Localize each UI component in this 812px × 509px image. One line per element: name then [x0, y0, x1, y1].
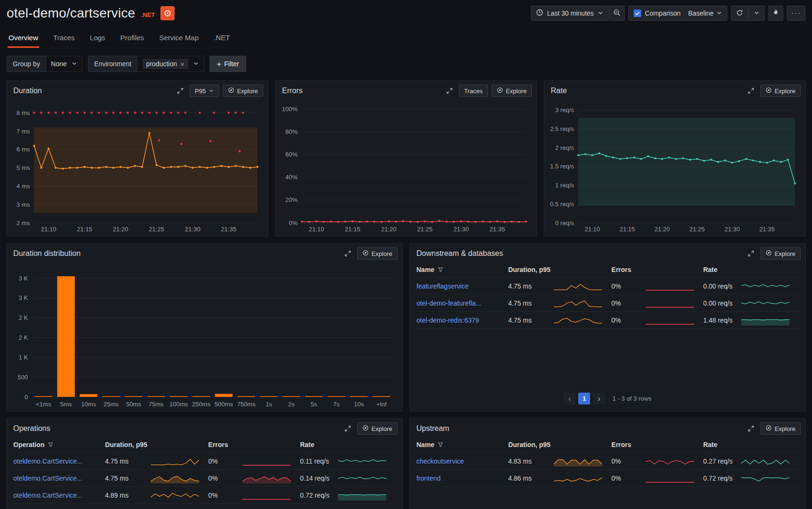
explore-button[interactable]: Explore [223, 85, 263, 97]
group-by-value: None [51, 60, 67, 68]
service-link[interactable]: checkoutservice [416, 457, 464, 465]
service-link[interactable]: frontend [416, 474, 441, 482]
column-header-rate[interactable]: Rate [703, 441, 799, 448]
tab-traces[interactable]: Traces [53, 27, 76, 48]
expand-icon[interactable] [745, 423, 757, 434]
svg-text:2 K: 2 K [18, 334, 28, 341]
column-header-errors[interactable]: Errors [208, 441, 300, 448]
app-header: otel-demo/cartservice .NET Last 30 minut… [0, 0, 812, 24]
rate-chart[interactable]: 0 req/s0.5 req/s1 req/s1.5 req/s2 req/s2… [548, 100, 801, 234]
tab-net[interactable]: .NET [213, 27, 231, 48]
svg-text:+Inf: +Inf [376, 401, 387, 408]
rate-sparkline [741, 281, 790, 292]
percentile-value: P95 [195, 88, 206, 95]
panel-errors: Errors Traces Explore [275, 80, 537, 237]
svg-text:2 req/s: 2 req/s [555, 144, 574, 151]
column-header-duration-p95[interactable]: Duration, p95 [508, 441, 611, 448]
expand-icon[interactable] [745, 248, 757, 259]
remove-filter-icon[interactable]: × [180, 61, 185, 68]
tab-overview[interactable]: Overview [8, 27, 39, 48]
explore-button[interactable]: Explore [760, 85, 801, 97]
panel-downstream: Downstream & databases Explore Na [409, 243, 806, 412]
filter-icon[interactable] [438, 442, 443, 448]
svg-text:60%: 60% [285, 151, 298, 158]
environment-tag[interactable]: production × [142, 59, 188, 69]
flame-button[interactable] [768, 6, 783, 21]
svg-text:750ms: 750ms [237, 401, 256, 408]
errors-sparkline [645, 456, 695, 467]
prev-page-button[interactable]: ‹ [564, 393, 575, 404]
chevron-down-icon [754, 9, 759, 17]
column-header-name[interactable]: Name [416, 441, 508, 448]
comparison-label: Comparison [645, 9, 680, 17]
explore-button[interactable]: Explore [492, 85, 532, 97]
comparison-control[interactable]: Comparison Baseline [628, 6, 727, 21]
svg-text:7 ms: 7 ms [17, 128, 30, 135]
explore-button[interactable]: Explore [760, 422, 801, 435]
duration-value: 4.75 ms [105, 457, 129, 465]
svg-text:21:15: 21:15 [77, 226, 92, 233]
expand-icon[interactable] [175, 85, 186, 97]
explore-label: Explore [371, 250, 392, 257]
pagination: ‹ 1 › 1 - 3 of 3 rows [410, 388, 805, 411]
expand-icon[interactable] [745, 85, 757, 97]
operation-link[interactable]: oteldemo.CartService... [13, 457, 82, 465]
duration-sparkline [150, 456, 200, 467]
tab-profiles[interactable]: Profiles [119, 27, 145, 48]
column-header-duration-p95[interactable]: Duration, p95 [105, 441, 208, 448]
duration-chart[interactable]: 2 ms3 ms4 ms5 ms6 ms7 ms8 ms21:1021:1521… [10, 100, 263, 234]
expand-icon[interactable] [444, 85, 455, 97]
column-header-errors[interactable]: Errors [611, 441, 703, 448]
errors-chart[interactable]: 0%20%40%60%80%100%21:1021:1521:2021:2521… [279, 100, 532, 234]
column-header-name[interactable]: Name [416, 266, 508, 273]
chevron-down-icon [598, 9, 603, 17]
rate-value: 0.00 req/s [703, 299, 733, 307]
rate-sparkline [741, 315, 790, 326]
table-row: oteldemo.CartService...4.75 ms0%0.14 req… [13, 470, 396, 487]
column-header-rate[interactable]: Rate [703, 266, 799, 273]
panel-title: Downstream & databases [416, 249, 503, 258]
environment-select[interactable]: production × [137, 56, 204, 72]
svg-text:21:20: 21:20 [113, 226, 128, 233]
filter-icon[interactable] [438, 267, 443, 272]
operation-link[interactable]: oteldemo.CartService... [13, 474, 82, 482]
filter-icon[interactable] [48, 442, 53, 448]
column-header-operation[interactable]: Operation [13, 441, 105, 448]
table-row: oteldemo.CartService...4.89 ms0%0.72 req… [13, 487, 396, 504]
column-header-duration-p95[interactable]: Duration, p95 [508, 266, 611, 273]
group-by-select[interactable]: None [46, 56, 82, 72]
environment-label: Environment [88, 56, 137, 72]
tab-service-map[interactable]: Service Map [158, 27, 199, 48]
explore-button[interactable]: Explore [357, 247, 397, 260]
explore-button[interactable]: Explore [357, 422, 397, 435]
duration-value: 4.75 ms [508, 282, 532, 290]
operation-link[interactable]: oteldemo.CartService... [13, 491, 82, 499]
svg-text:1.5 req/s: 1.5 req/s [550, 163, 574, 170]
expand-icon[interactable] [342, 248, 353, 259]
errors-value: 0% [208, 474, 218, 482]
tab-logs[interactable]: Logs [89, 27, 106, 48]
percentile-select[interactable]: P95 [190, 85, 219, 97]
duration-distribution-chart[interactable]: 05001 K2 K2 K3 K3 K<1ms5ms10ms25ms50ms75… [10, 263, 397, 409]
column-header-errors[interactable]: Errors [611, 266, 703, 273]
baseline-select[interactable]: Baseline [688, 9, 722, 17]
more-options-button[interactable]: ··· [787, 6, 805, 21]
expand-icon[interactable] [342, 423, 353, 434]
add-filter-button[interactable]: + Filter [210, 56, 246, 72]
explore-label: Explore [775, 88, 795, 95]
current-page-button[interactable]: 1 [578, 393, 590, 404]
service-link[interactable]: featureflagservice [416, 282, 469, 290]
service-link[interactable]: otel-demo-featurefla... [416, 299, 481, 307]
svg-text:40%: 40% [285, 174, 298, 181]
explore-button[interactable]: Explore [760, 247, 801, 260]
traces-button[interactable]: Traces [459, 85, 488, 97]
comparison-checkbox[interactable] [634, 9, 641, 17]
zoom-out-button[interactable] [609, 6, 625, 21]
service-link[interactable]: otel-demo-redis:6379 [416, 316, 479, 324]
errors-value: 0% [611, 282, 621, 290]
next-page-button[interactable]: › [593, 393, 605, 404]
column-header-rate[interactable]: Rate [300, 441, 396, 448]
errors-value: 0% [611, 474, 621, 482]
time-range-picker[interactable]: Last 30 minutes [531, 6, 609, 21]
refresh-button[interactable] [731, 6, 765, 21]
